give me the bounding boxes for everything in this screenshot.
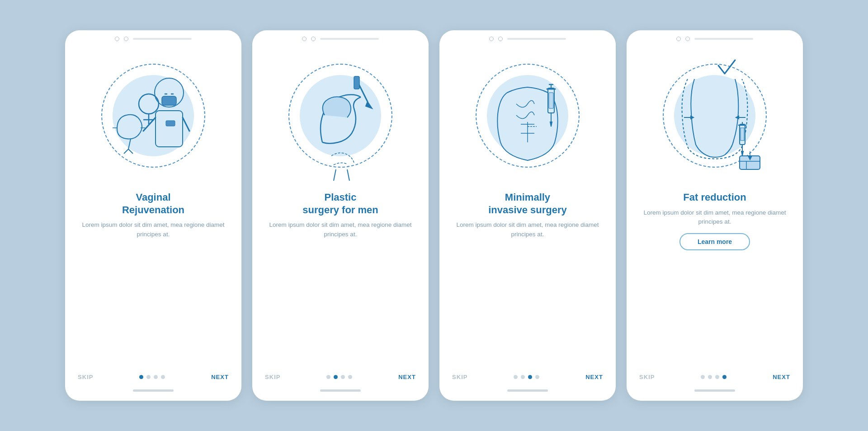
dot-4-3: [715, 375, 719, 379]
nav-bar-2: SKIP NEXT: [252, 365, 429, 384]
dot-1-1: [139, 375, 143, 379]
dot-3-2: [521, 375, 525, 379]
illustration-area-2: [252, 44, 429, 187]
card-description-3: Lorem ipsum dolor sit dim amet, mea regi…: [454, 220, 601, 239]
top-line-2: [320, 38, 379, 40]
svg-line-18: [334, 169, 336, 181]
illustration-svg-4: [651, 52, 778, 183]
svg-line-7: [183, 117, 189, 131]
svg-rect-4: [156, 111, 183, 147]
skip-button-3[interactable]: SKIP: [452, 374, 468, 380]
next-button-1[interactable]: NEXT: [211, 374, 229, 380]
dot-2-3: [341, 375, 345, 379]
next-button-4[interactable]: NEXT: [773, 374, 790, 380]
home-indicator-4: [694, 389, 735, 392]
top-line-3: [507, 38, 566, 40]
next-button-2[interactable]: NEXT: [398, 374, 416, 380]
top-circle-right-3: [498, 37, 503, 41]
home-indicator-3: [507, 389, 548, 392]
dot-4-2: [708, 375, 712, 379]
top-circle-right-2: [311, 37, 316, 41]
home-indicator-2: [320, 389, 361, 392]
dot-2-4: [348, 375, 352, 379]
illustration-area-4: [627, 44, 803, 187]
nav-bar-1: SKIP NEXT: [65, 365, 241, 384]
phone-top-bar-3: [439, 30, 616, 44]
top-circle-right-4: [685, 37, 690, 41]
next-button-3[interactable]: NEXT: [585, 374, 603, 380]
svg-line-12: [124, 149, 128, 154]
card-title-1: Vaginal Rejuvenation: [122, 191, 184, 216]
svg-line-19: [347, 169, 349, 181]
illustration-area-3: [439, 44, 616, 187]
top-circle-right: [124, 37, 128, 41]
dot-4-1: [701, 375, 705, 379]
skip-button-1[interactable]: SKIP: [78, 374, 94, 380]
illustration-svg-2: [277, 52, 404, 183]
card-description-4: Lorem ipsum dolor sit dim amet, mea regi…: [641, 208, 788, 227]
dot-2-1: [326, 375, 330, 379]
dot-2-2: [334, 375, 338, 379]
top-line-4: [694, 38, 753, 40]
dot-4-4: [722, 375, 726, 379]
phone-card-1: Vaginal Rejuvenation Lorem ipsum dolor s…: [65, 30, 241, 401]
dot-3-3: [528, 375, 532, 379]
home-indicator-1: [133, 389, 174, 392]
dot-1-3: [154, 375, 158, 379]
card-title-2: Plastic surgery for men: [302, 191, 378, 216]
nav-bar-4: SKIP NEXT: [627, 365, 803, 384]
dot-1-2: [146, 375, 151, 379]
card-title-4: Fat reduction: [683, 191, 746, 204]
top-circle-left-2: [302, 37, 307, 41]
phone-bottom-bar-3: [439, 384, 616, 392]
learn-more-button[interactable]: Learn more: [679, 233, 750, 250]
dots-row-3: [514, 375, 539, 379]
svg-line-13: [128, 149, 133, 154]
phone-top-bar-4: [627, 30, 803, 44]
illustration-svg-1: [90, 52, 217, 183]
phone-bottom-bar-1: [65, 384, 241, 392]
svg-rect-24: [549, 93, 553, 108]
illustration-area-1: [65, 44, 241, 187]
card-content-2: Plastic surgery for men Lorem ipsum dolo…: [252, 187, 429, 365]
svg-rect-33: [741, 128, 744, 141]
dots-row-1: [139, 375, 165, 379]
svg-point-8: [139, 94, 159, 114]
top-circle-left-3: [489, 37, 494, 41]
nav-bar-3: SKIP NEXT: [439, 365, 616, 384]
dots-row-2: [326, 375, 352, 379]
dot-3-1: [514, 375, 518, 379]
svg-rect-17: [354, 76, 359, 89]
card-description-1: Lorem ipsum dolor sit dim amet, mea regi…: [80, 220, 227, 239]
card-description-2: Lorem ipsum dolor sit dim amet, mea regi…: [267, 220, 414, 239]
svg-rect-5: [166, 121, 175, 126]
phone-card-4: Fat reduction Lorem ipsum dolor sit dim …: [627, 30, 803, 401]
skip-button-4[interactable]: SKIP: [639, 374, 655, 380]
screens-container: Vaginal Rejuvenation Lorem ipsum dolor s…: [47, 12, 821, 419]
dots-row-4: [701, 375, 726, 379]
phone-bottom-bar-2: [252, 384, 429, 392]
card-content-4: Fat reduction Lorem ipsum dolor sit dim …: [627, 187, 803, 365]
card-content-3: Minimally invasive surgery Lorem ipsum d…: [439, 187, 616, 365]
phone-card-2: Plastic surgery for men Lorem ipsum dolo…: [252, 30, 429, 401]
card-content-1: Vaginal Rejuvenation Lorem ipsum dolor s…: [65, 187, 241, 365]
phone-top-bar-1: [65, 30, 241, 44]
phone-card-3: Minimally invasive surgery Lorem ipsum d…: [439, 30, 616, 401]
card-title-3: Minimally invasive surgery: [488, 191, 567, 216]
svg-line-11: [128, 139, 131, 149]
top-circle-left-4: [676, 37, 681, 41]
dot-3-4: [535, 375, 539, 379]
dot-1-4: [161, 375, 165, 379]
skip-button-2[interactable]: SKIP: [265, 374, 281, 380]
illustration-svg-3: [464, 52, 591, 183]
top-circle-left: [115, 37, 119, 41]
phone-top-bar-2: [252, 30, 429, 44]
svg-rect-1: [162, 96, 176, 105]
top-line: [133, 38, 192, 40]
phone-bottom-bar-4: [627, 384, 803, 392]
